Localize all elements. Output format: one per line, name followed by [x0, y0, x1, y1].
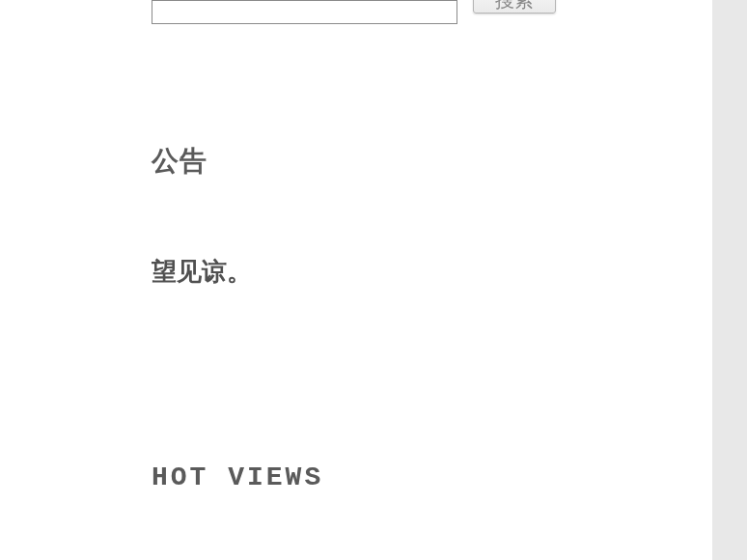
search-input[interactable] [152, 0, 457, 24]
search-row: 搜索 [152, 0, 654, 27]
content-column: 搜索 公告 望见谅。 HOT VIEWS MySQL数据库_WHERE与HAVI… [0, 0, 712, 560]
search-button[interactable]: 搜索 [473, 0, 556, 14]
announcement-body: 望见谅。 [152, 255, 654, 289]
announcement-heading: 公告 [152, 143, 654, 180]
hot-views-heading: HOT VIEWS [152, 462, 654, 492]
